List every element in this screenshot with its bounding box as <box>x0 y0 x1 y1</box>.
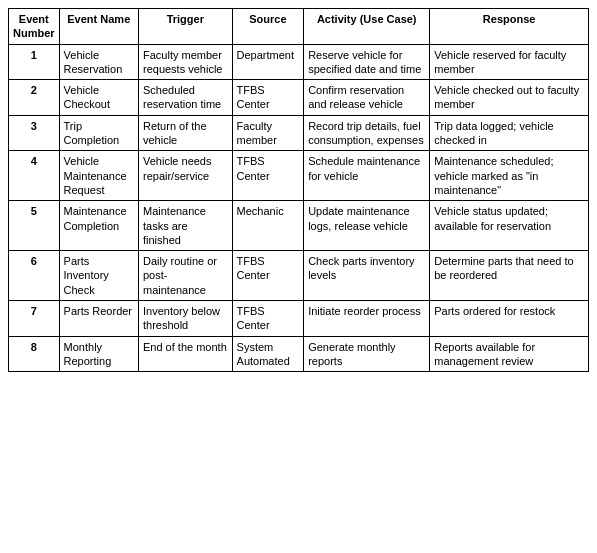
cell-response: Maintenance scheduled; vehicle marked as… <box>430 151 589 201</box>
cell-number: 8 <box>9 336 60 372</box>
cell-trigger: Maintenance tasks are finished <box>138 201 232 251</box>
cell-source: TFBS Center <box>232 151 304 201</box>
cell-activity: Confirm reservation and release vehicle <box>304 80 430 116</box>
cell-activity: Record trip details, fuel consumption, e… <box>304 115 430 151</box>
header-activity: Activity (Use Case) <box>304 9 430 45</box>
cell-response: Vehicle reserved for faculty member <box>430 44 589 80</box>
cell-event-name: Trip Completion <box>59 115 138 151</box>
cell-activity: Initiate reorder process <box>304 301 430 337</box>
cell-trigger: Faculty member requests vehicle <box>138 44 232 80</box>
cell-source: Faculty member <box>232 115 304 151</box>
cell-activity: Reserve vehicle for specified date and t… <box>304 44 430 80</box>
table-row: 7Parts ReorderInventory below thresholdT… <box>9 301 589 337</box>
cell-response: Trip data logged; vehicle checked in <box>430 115 589 151</box>
cell-source: TFBS Center <box>232 301 304 337</box>
cell-response: Reports available for management review <box>430 336 589 372</box>
cell-number: 4 <box>9 151 60 201</box>
cell-number: 6 <box>9 251 60 301</box>
cell-number: 3 <box>9 115 60 151</box>
cell-source: TFBS Center <box>232 80 304 116</box>
cell-response: Determine parts that need to be reordere… <box>430 251 589 301</box>
cell-event-name: Maintenance Completion <box>59 201 138 251</box>
table-row: 5Maintenance CompletionMaintenance tasks… <box>9 201 589 251</box>
cell-activity: Generate monthly reports <box>304 336 430 372</box>
cell-event-name: Vehicle Reservation <box>59 44 138 80</box>
header-response: Response <box>430 9 589 45</box>
cell-trigger: Scheduled reservation time <box>138 80 232 116</box>
table-row: 6Parts Inventory CheckDaily routine or p… <box>9 251 589 301</box>
cell-event-name: Vehicle Maintenance Request <box>59 151 138 201</box>
cell-response: Parts ordered for restock <box>430 301 589 337</box>
cell-response: Vehicle checked out to faculty member <box>430 80 589 116</box>
cell-activity: Schedule maintenance for vehicle <box>304 151 430 201</box>
cell-trigger: Daily routine or post-maintenance <box>138 251 232 301</box>
cell-number: 2 <box>9 80 60 116</box>
header-event-name: Event Name <box>59 9 138 45</box>
table-row: 2Vehicle CheckoutScheduled reservation t… <box>9 80 589 116</box>
cell-source: System Automated <box>232 336 304 372</box>
cell-response: Vehicle status updated; available for re… <box>430 201 589 251</box>
cell-event-name: Vehicle Checkout <box>59 80 138 116</box>
table-row: 3Trip CompletionReturn of the vehicleFac… <box>9 115 589 151</box>
cell-event-name: Parts Reorder <box>59 301 138 337</box>
cell-trigger: Return of the vehicle <box>138 115 232 151</box>
cell-event-name: Parts Inventory Check <box>59 251 138 301</box>
cell-trigger: Vehicle needs repair/service <box>138 151 232 201</box>
event-table: EventNumber Event Name Trigger Source Ac… <box>8 8 589 372</box>
table-row: 4Vehicle Maintenance RequestVehicle need… <box>9 151 589 201</box>
cell-activity: Check parts inventory levels <box>304 251 430 301</box>
cell-source: TFBS Center <box>232 251 304 301</box>
cell-number: 1 <box>9 44 60 80</box>
table-row: 8Monthly ReportingEnd of the monthSystem… <box>9 336 589 372</box>
cell-activity: Update maintenance logs, release vehicle <box>304 201 430 251</box>
cell-trigger: Inventory below threshold <box>138 301 232 337</box>
cell-number: 5 <box>9 201 60 251</box>
header-event-number: EventNumber <box>9 9 60 45</box>
table-container: EventNumber Event Name Trigger Source Ac… <box>0 0 597 380</box>
header-source: Source <box>232 9 304 45</box>
table-row: 1Vehicle ReservationFaculty member reque… <box>9 44 589 80</box>
cell-source: Department <box>232 44 304 80</box>
header-trigger: Trigger <box>138 9 232 45</box>
cell-number: 7 <box>9 301 60 337</box>
cell-event-name: Monthly Reporting <box>59 336 138 372</box>
cell-trigger: End of the month <box>138 336 232 372</box>
cell-source: Mechanic <box>232 201 304 251</box>
